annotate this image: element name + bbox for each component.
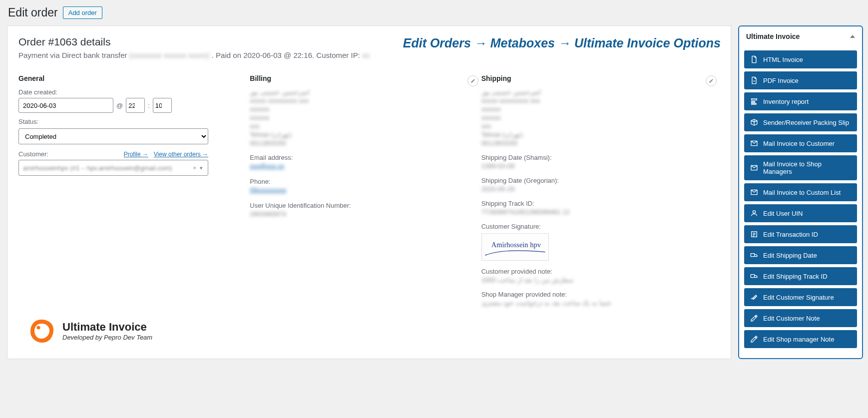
shipping-track-value: 7726089741061286099461 12 [481,208,720,216]
button-label: HTML Invoice [763,56,803,63]
button-label: Edit Transaction ID [763,231,818,238]
ultimate-invoice-metabox: Ultimate Invoice HTML InvoicePDF Invoice… [738,25,863,359]
billing-address-line: Tehran (تهران) [250,131,471,138]
signature-label: Customer Signature: [481,223,720,230]
profile-link[interactable]: Profile → [124,151,148,158]
general-column: General Date created: @ : Status: Comple… [18,74,250,308]
date-created-label: Date created: [18,88,240,96]
shipping-address-line: Tehran (تهران) [481,131,720,138]
invoice-action-mail-invoice-to-customer[interactable]: Mail Invoice to Customer [744,134,857,152]
invoice-action-edit-shipping-date[interactable]: Edit Shipping Date [744,246,857,264]
metabox-toggle[interactable]: Ultimate Invoice [739,26,862,45]
button-label: Edit Customer Signature [763,294,834,301]
mgr-note-value: حتما به یک ساعت بعد به درخواست خود مشتری [481,299,720,307]
shipping-address-line: xxxxx xxxxxxxxx xxx [481,97,720,104]
caret-up-icon [850,35,855,38]
shipping-track-label: Shipping Track ID: [481,200,720,207]
doc-icon [750,55,758,63]
button-label: Edit User UIN [763,210,803,217]
shipping-address-line: 0011803200 [481,139,720,147]
shipping-gregorian-value: 2020-05-29 [481,185,720,193]
pencil-icon [470,78,475,83]
email-label: Email address: [250,154,471,161]
shipping-heading: Shipping [481,74,720,82]
customer-label: Customer: [18,150,48,158]
uin-label: User Unique Identification Number: [250,202,471,209]
minute-input[interactable] [153,98,172,113]
billing-address-line: 0011803200 [250,139,471,147]
logo-title: Ultimate Invoice [62,321,152,334]
billing-address-line: xxxxxx [250,114,471,121]
order-panel: Edit Orders → Metaboxes → Ultimate Invoi… [7,25,731,359]
edit-billing-button[interactable] [467,75,478,86]
invoice-action-edit-shop-manager-note[interactable]: Edit Shop manager Note [744,330,857,348]
view-orders-link[interactable]: View other orders → [154,151,208,158]
mail-icon [750,188,758,196]
billing-address-line: xxxxx xxxxxxxxx xxx [250,97,471,104]
status-select[interactable]: Completed [18,128,208,144]
txn-icon [750,230,758,238]
report-icon [750,97,758,105]
invoice-action-pdf-invoice[interactable]: PDF Invoice [744,71,857,89]
plugin-logo: Ultimate Invoice Developed by Pepro Dev … [27,317,152,345]
shipping-address-line: xxx [481,122,720,130]
button-label: Edit Shipping Track ID [763,273,828,280]
date-created-input[interactable] [18,98,113,113]
pencil-icon [709,78,714,83]
shipping-gregorian-label: Shipping Date (Gregorian): [481,177,720,184]
user-icon [750,209,758,217]
hour-input[interactable] [126,98,145,113]
invoice-action-edit-customer-note[interactable]: Edit Customer Note [744,309,857,327]
shipping-address-line: xxxxxx [481,114,720,121]
edit-shipping-button[interactable] [706,75,717,86]
box-icon [750,118,758,126]
mgr-note-label: Shop Manager provided note: [481,291,720,298]
button-label: Sender/Receiver Packing Slip [763,119,849,126]
page-title: Edit order [8,6,58,19]
invoice-action-mail-invoice-to-custom-list[interactable]: Mail Invoice to Custom List [744,183,857,201]
shipping-address-line: امیرحسین حسینی پور [481,88,720,96]
logo-icon [27,317,55,345]
billing-phone-link[interactable]: 09xxxxxxxxx [250,186,286,194]
mail-icon [750,139,758,147]
button-label: PDF Invoice [763,77,799,84]
truck-icon [750,251,758,259]
invoice-action-edit-customer-signature[interactable]: Edit Customer Signature [744,288,857,306]
shipping-column: Shipping امیرحسین حسینی پور xxxxx xxxxxx… [481,74,720,308]
uin-value: 2803460974 [250,210,471,218]
cust-note-label: Customer provided note: [481,268,720,275]
button-label: Mail Invoice to Custom List [763,189,841,196]
general-heading: General [18,74,240,82]
invoice-action-edit-user-uin[interactable]: Edit User UIN [744,204,857,222]
cust-note-value: سفارش من را بعد از ساعت 1000 [481,276,720,284]
add-order-button[interactable]: Add order [63,6,102,19]
billing-address-line: xxxxxx [250,105,471,113]
button-label: Edit Customer Note [763,315,820,322]
pdf-icon [750,76,758,84]
status-label: Status: [18,118,240,125]
billing-column: Billing امیرحسین حسینی پور xxxxx xxxxxxx… [250,74,481,308]
invoice-action-edit-transaction-id[interactable]: Edit Transaction ID [744,225,857,243]
invoice-action-sender-receiver-packing-slip[interactable]: Sender/Receiver Packing Slip [744,113,857,131]
button-label: Edit Shipping Date [763,252,817,259]
shipping-address-line: xxxxxx [481,105,720,113]
svg-text:Amirhossein hpv: Amirhossein hpv [491,241,541,249]
button-label: Inventory report [763,98,809,105]
sig-icon [750,293,758,301]
shipping-shamsi-label: Shipping Date (Shamsi): [481,154,720,161]
invoice-action-edit-shipping-track-id[interactable]: Edit Shipping Track ID [744,267,857,285]
truck-icon [750,272,758,280]
billing-heading: Billing [250,74,471,82]
customer-signature: Amirhossein hpv [481,233,549,261]
billing-email-link[interactable]: xxx@xxx.xx [250,162,284,170]
billing-address-line: xxx [250,122,471,130]
pen-icon [750,314,758,322]
invoice-action-inventory-report[interactable]: Inventory report [744,92,857,110]
at-symbol: @ [116,102,123,109]
invoice-action-html-invoice[interactable]: HTML Invoice [744,50,857,68]
customer-select[interactable]: amirhosseinhpv (#1 – hpv.amirhossein@gma… [18,160,208,176]
breadcrumb: Edit Orders → Metaboxes → Ultimate Invoi… [403,36,721,50]
invoice-action-mail-invoice-to-shop-managers[interactable]: Mail Invoice to Shop Managers [744,155,857,180]
metabox-title: Ultimate Invoice [746,32,800,40]
button-label: Mail Invoice to Shop Managers [763,160,851,175]
